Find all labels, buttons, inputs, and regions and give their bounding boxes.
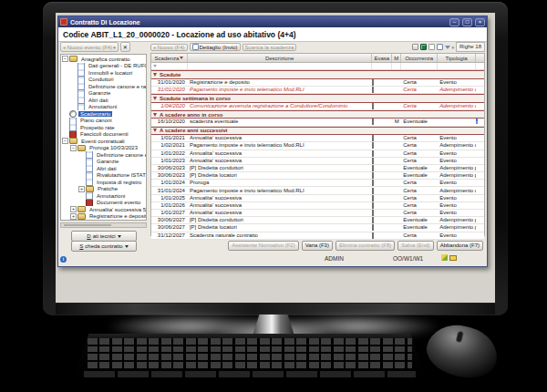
- excel-export-icon[interactable]: [420, 44, 427, 50]
- tree-item[interactable]: Dati generali - DE RUFOLO ANT: [61, 63, 146, 70]
- maximize-icon[interactable]: □: [462, 18, 472, 26]
- table-group-row[interactable]: Scadute settimana in corso: [151, 94, 484, 103]
- table-row[interactable]: 16/10/2020scadenza eventualeMEventuale›: [151, 119, 484, 126]
- minimize-icon[interactable]: –: [449, 18, 459, 26]
- column-header-occorrenza[interactable]: Occorrenza: [401, 54, 438, 62]
- table-row[interactable]: 30/06/2023[P] Disdetta conduttoriEventua…: [151, 165, 484, 172]
- collapse-icon[interactable]: −: [62, 56, 68, 62]
- collapse-icon[interactable]: −: [62, 138, 68, 144]
- column-header-descrizione[interactable]: Descrizione: [188, 54, 372, 62]
- tree-item[interactable]: −Eventi contrattuali: [61, 138, 146, 145]
- tree-horizontal-scrollbar[interactable]: [60, 222, 147, 228]
- book-icon: [69, 131, 77, 139]
- tree-item[interactable]: −Proroga 10/03/2023: [61, 145, 146, 152]
- evasa-checkbox[interactable]: [372, 188, 374, 194]
- table-group-row[interactable]: Scadute: [151, 70, 484, 79]
- filter-button[interactable]: ▾: [445, 45, 454, 50]
- evasa-checkbox[interactable]: [372, 87, 374, 93]
- evasa-checkbox[interactable]: [372, 217, 374, 223]
- tree-item[interactable]: Definizione canone e rate: [61, 151, 146, 159]
- scrollbar-thumb[interactable]: [64, 224, 111, 226]
- delete-event-button[interactable]: ✕: [120, 42, 130, 52]
- table-row[interactable]: 1/01/2025Annualita' successivaCertaEvent…: [151, 195, 484, 202]
- table-row[interactable]: 1/01/2024ProrogaCertaEvento: [151, 180, 484, 187]
- cell-scadenza: 16/10/2020: [151, 119, 188, 125]
- table-row[interactable]: 31/12/2027Scadenza naturale contrattoCer…: [151, 232, 484, 240]
- varia-f3-button[interactable]: Varia (F3): [302, 241, 333, 251]
- tree-item[interactable]: Garanzie: [61, 159, 146, 166]
- abbandona-f7-button[interactable]: Abbandona (F7): [437, 241, 483, 251]
- evasa-checkbox[interactable]: [372, 119, 374, 125]
- tree-item[interactable]: +Annualita' successiva 5/03/202: [61, 206, 146, 213]
- column-header-m[interactable]: M: [392, 54, 401, 62]
- row-detail-arrow-icon[interactable]: ›: [476, 119, 478, 124]
- evasa-checkbox[interactable]: [372, 165, 374, 171]
- evasa-checkbox[interactable]: [372, 224, 374, 231]
- evasa-checkbox[interactable]: [372, 142, 374, 149]
- evasa-checkbox[interactable]: [372, 158, 374, 164]
- tree-item[interactable]: Annotazioni: [61, 104, 146, 111]
- tree-item[interactable]: −Anagrafica contratto: [61, 56, 146, 63]
- collapse-icon[interactable]: −: [70, 145, 77, 151]
- table-row[interactable]: 31/01/2020Pagamento imposte e invio tele…: [151, 87, 484, 94]
- table-group-row[interactable]: A scadere anno in corso: [151, 110, 484, 119]
- cell-occorrenza: Eventuale: [401, 165, 438, 171]
- detail-button[interactable]: Dettaglio (Invio): [190, 43, 241, 51]
- tree-item[interactable]: +Pratiche: [61, 186, 146, 193]
- print-icon[interactable]: [412, 44, 418, 50]
- evasa-checkbox[interactable]: [372, 172, 374, 179]
- column-header-tipologia[interactable]: Tipologia: [438, 54, 476, 62]
- download-deadline-button[interactable]: Scarica la scadenza: [243, 44, 297, 51]
- evasa-checkbox[interactable]: [372, 232, 374, 239]
- tree-item[interactable]: Definizione canone e rate: [61, 83, 146, 90]
- evasa-checkbox[interactable]: [372, 202, 374, 209]
- table-row[interactable]: 1/01/2027Annualita' successivaCertaEvent…: [151, 210, 484, 217]
- evasa-checkbox[interactable]: [372, 210, 374, 216]
- tree-item[interactable]: Documenti evento: [61, 200, 146, 207]
- table-row[interactable]: 30/06/2027[P] Disdetta locatoriEventuale…: [151, 224, 484, 232]
- column-header-evasa[interactable]: Evasa: [372, 54, 392, 62]
- table-group-row[interactable]: A scadere anni successivi: [151, 127, 484, 136]
- evasa-checkbox[interactable]: [372, 103, 374, 109]
- tree-item[interactable]: Conduttori: [61, 77, 146, 84]
- evasa-checkbox[interactable]: [372, 195, 374, 201]
- evasa-checkbox[interactable]: [372, 150, 374, 157]
- table-row[interactable]: 1/01/2022Annualita' successivaCertaEvent…: [151, 150, 484, 158]
- column-header-scadenza[interactable]: Scadenza: [151, 54, 188, 62]
- tree-item[interactable]: +Registrazione e deposito 5/03/: [61, 213, 146, 221]
- table-row[interactable]: 30/06/2027[P] Disdetta conduttoriEventua…: [151, 217, 484, 224]
- table-row[interactable]: 31/01/2020Registrazione e depositoCertaE…: [151, 79, 484, 87]
- cell-tipologia: Evento: [438, 79, 476, 86]
- tree-item[interactable]: Fascicoli documenti: [61, 131, 146, 139]
- table-row[interactable]: 1/02/2021Pagamento imposte e invio telem…: [151, 142, 484, 150]
- table-row[interactable]: 1/01/2026Annualita' successivaCertaEvent…: [151, 202, 484, 210]
- new-deadline-button[interactable]: + Nuovo (F4): [150, 44, 188, 51]
- evasa-checkbox[interactable]: [372, 135, 374, 141]
- new-event-button[interactable]: + Nuovo evento (F4) ▾: [60, 42, 119, 52]
- expand-icon[interactable]: +: [70, 213, 77, 220]
- layout-icon[interactable]: [437, 44, 443, 50]
- tree-item[interactable]: Garanzie: [61, 90, 146, 98]
- expand-icon[interactable]: +: [78, 186, 85, 192]
- table-row[interactable]: 1/01/2023Annualita' successivaCertaEvent…: [151, 158, 484, 165]
- tree-item[interactable]: Annotazioni: [61, 192, 146, 200]
- tree-item[interactable]: Altri dati: [61, 165, 146, 172]
- tree-item[interactable]: Imposta di registro: [61, 179, 146, 186]
- table-row[interactable]: 31/01/2024Pagamento imposte e invio tele…: [151, 187, 484, 194]
- tree-item[interactable]: Altri dati: [61, 97, 146, 104]
- table-row[interactable]: 1/01/2021Annualita' successivaCertaEvent…: [151, 135, 484, 142]
- cell-evasa: [372, 79, 392, 86]
- copy-icon[interactable]: [428, 44, 435, 50]
- tree-item[interactable]: Immobili e locatori: [61, 69, 146, 77]
- filter-row[interactable]: [151, 63, 484, 70]
- tree-item[interactable]: Prospetto rate: [61, 124, 146, 131]
- table-row[interactable]: 30/06/2023[P] Disdetta locatoriEventuale…: [151, 172, 484, 180]
- evasa-checkbox[interactable]: [372, 180, 374, 186]
- tree-item[interactable]: Piano canoni: [61, 118, 146, 125]
- expand-icon[interactable]: +: [70, 206, 77, 212]
- evasa-checkbox[interactable]: [372, 79, 374, 86]
- close-icon[interactable]: ×: [475, 18, 485, 26]
- table-row[interactable]: 1/04/2020Comunicazione avvenuta registra…: [151, 103, 484, 110]
- tree-item[interactable]: Rivalutazione ISTAT: [61, 172, 146, 180]
- tree-item[interactable]: Scadenzario: [61, 110, 146, 118]
